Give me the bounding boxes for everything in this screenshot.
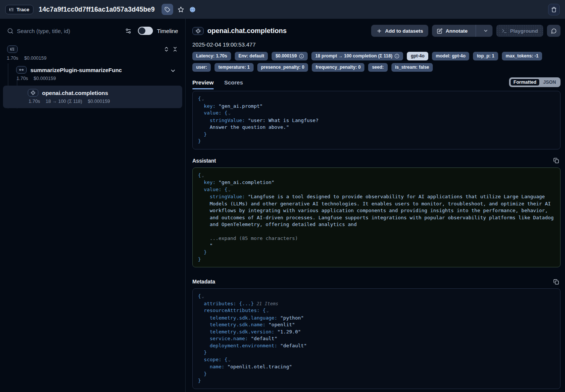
param-badge[interactable]: user:	[192, 63, 211, 72]
tags-button[interactable]	[162, 4, 173, 15]
search-input[interactable]	[17, 28, 122, 34]
search-settings-icon[interactable]	[125, 28, 131, 34]
code-token: 21 Items	[254, 301, 278, 306]
list-tree-icon	[10, 47, 15, 51]
copy-icon[interactable]	[553, 279, 559, 285]
code-token: {...}	[239, 301, 254, 306]
chevron-down-icon[interactable]	[170, 68, 176, 74]
pen-square-icon	[437, 28, 443, 34]
tabs: Preview Scores	[192, 79, 243, 89]
tree-root-row[interactable]	[5, 45, 180, 53]
code-token: {	[198, 293, 201, 299]
code-token: value:	[204, 110, 222, 116]
code-token: key:	[204, 179, 216, 185]
code-token: }	[204, 249, 207, 255]
code-token: service.name:	[210, 336, 248, 341]
code-token: stringValue:	[210, 194, 245, 199]
format-formatted-option[interactable]: Formatted	[510, 78, 540, 86]
param-badge[interactable]: frequency_penalty: 0	[312, 63, 364, 72]
param-badge[interactable]: top_p: 1	[473, 52, 498, 60]
code-token: telemetry.sdk.version:	[210, 329, 274, 335]
code-token: "default"	[277, 343, 307, 348]
param-badge[interactable]: 18 prompt → 100 completion (Σ 118)	[311, 52, 403, 60]
assistant-json-block: {⌄key: "gen_ai.completion"value: {⌄strin…	[192, 167, 560, 268]
bookmark-star-button[interactable]	[177, 6, 185, 14]
toggle-knob	[139, 27, 145, 34]
tab-scores[interactable]: Scores	[224, 79, 243, 89]
collapse-chevron-icon: ⌄	[202, 96, 204, 101]
expand-all-icon[interactable]	[163, 46, 169, 52]
code-line: scope: {⌄	[198, 356, 555, 364]
code-token: }	[204, 371, 207, 377]
add-to-datasets-button[interactable]: Add to datasets	[371, 25, 428, 37]
assistant-section-label: Assistant	[192, 158, 216, 164]
delete-trace-button[interactable]	[548, 4, 560, 15]
timeline-toggle[interactable]	[138, 27, 153, 35]
terminal-icon	[502, 28, 507, 34]
playground-button[interactable]: Playground	[496, 25, 543, 37]
annotate-button[interactable]: Annotate	[432, 25, 473, 37]
code-line	[198, 228, 555, 235]
tab-preview[interactable]: Preview	[192, 79, 214, 89]
comment-button[interactable]	[547, 25, 560, 37]
format-toggle: Formatted JSON	[509, 77, 560, 87]
tree-item-span[interactable]: summarizePlugin-summarizeFunc 1.70s $0.0…	[5, 66, 180, 81]
metadata-section-label: Metadata	[192, 279, 215, 285]
info-icon	[394, 54, 399, 59]
code-line: telemetry.sdk.version: "1.29.0"	[198, 329, 555, 336]
tree-item-generation[interactable]: openai.chat.completions 1.70s 18 → 100 (…	[3, 86, 182, 108]
span-label: summarizePlugin-summarizeFunc	[30, 67, 122, 73]
code-token: stringValue:	[210, 118, 245, 123]
generation-metrics: 1.70s 18 → 100 (Σ 118) $0.000159	[28, 99, 178, 104]
code-token: }	[198, 256, 201, 262]
code-line: "	[198, 242, 555, 249]
code-line: telemetry.sdk.language: "python"	[198, 315, 555, 322]
search-icon	[7, 28, 14, 34]
param-badge[interactable]: Latency: 1.70s	[192, 52, 231, 60]
code-token: value:	[204, 187, 222, 192]
code-token: }	[204, 131, 207, 137]
copy-icon[interactable]	[553, 158, 559, 163]
code-line: service.name: "default"	[198, 335, 555, 342]
collapse-chevron-icon: ⌄	[228, 357, 231, 362]
trace-type-badge[interactable]: Trace	[5, 5, 33, 14]
code-token: "python"	[277, 315, 304, 321]
code-token: "	[210, 243, 213, 248]
span-metrics: 1.70s $0.000159	[16, 76, 180, 81]
badge-label: presence_penalty: 0	[261, 65, 304, 70]
param-badge[interactable]: Env: default	[235, 52, 268, 60]
annotate-button-group: Annotate	[432, 25, 492, 37]
param-badge[interactable]: max_tokens: -1	[502, 52, 542, 60]
code-token: attributes:	[204, 301, 236, 306]
code-token: telemetry.sdk.name:	[210, 322, 266, 327]
assistant-section-header: Assistant	[192, 158, 560, 164]
badge-label: top_p: 1	[477, 53, 494, 59]
code-line: attributes: {...} 21 Items	[198, 300, 555, 308]
code-line: }	[198, 371, 555, 378]
badges-row-2: user:temperature: 1presence_penalty: 0fr…	[192, 63, 560, 72]
code-token: "gen_ai.prompt"	[216, 103, 263, 109]
info-icon	[299, 54, 304, 59]
code-token: scope:	[204, 357, 222, 362]
param-badge[interactable]: seed:	[368, 63, 387, 72]
collapse-all-icon[interactable]	[172, 46, 178, 52]
param-badge[interactable]: model: gpt-4o	[432, 52, 469, 60]
param-badge[interactable]: is_stream: false	[391, 63, 433, 72]
code-line: }	[198, 138, 555, 145]
generation-label: openai.chat.completions	[42, 90, 108, 96]
public-globe-button[interactable]	[189, 6, 196, 14]
badge-label: 18 prompt → 100 completion (Σ 118)	[315, 53, 392, 59]
code-line: }	[198, 349, 555, 356]
expand-text-link[interactable]: ...expand (85 more characters)	[198, 235, 555, 242]
code-token: }	[204, 350, 207, 355]
param-badge[interactable]: presence_penalty: 0	[257, 63, 308, 72]
param-badge[interactable]: gpt-4o	[407, 52, 428, 60]
format-json-option[interactable]: JSON	[540, 79, 559, 86]
annotate-dropdown-button[interactable]	[479, 25, 492, 37]
code-token	[236, 301, 239, 306]
tab-preview-label: Preview	[192, 79, 214, 86]
param-badge[interactable]: $0.000159	[272, 52, 308, 60]
param-badge[interactable]: temperature: 1	[215, 63, 253, 72]
timestamp: 2025-02-04 19:00:53.477	[192, 41, 560, 48]
span-cost: $0.000159	[34, 76, 56, 81]
